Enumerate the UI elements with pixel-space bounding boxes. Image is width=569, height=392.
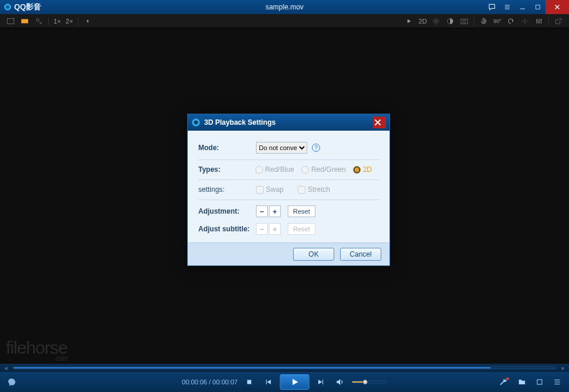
play-icon bbox=[290, 377, 300, 387]
open-file-button[interactable] bbox=[515, 375, 529, 389]
seek-track[interactable] bbox=[13, 367, 557, 369]
app-name: QQ影音 bbox=[14, 2, 41, 12]
fullscreen-icon bbox=[536, 378, 543, 386]
rotate-left-icon bbox=[480, 18, 487, 25]
seek-progress bbox=[14, 367, 491, 368]
color-button[interactable] bbox=[443, 15, 457, 27]
type-2d-radio[interactable]: 2D bbox=[353, 165, 372, 174]
mini-button[interactable] bbox=[32, 15, 46, 27]
fullscreen-button[interactable] bbox=[533, 375, 547, 389]
playlist-icon bbox=[553, 378, 561, 386]
subtitle-icon bbox=[7, 377, 16, 387]
rotate-90-button[interactable]: 90° bbox=[491, 15, 504, 27]
aspect-button[interactable] bbox=[4, 15, 18, 27]
type-redblue-radio[interactable]: Red/Blue bbox=[255, 165, 294, 174]
mute-button[interactable] bbox=[333, 375, 347, 389]
close-icon bbox=[373, 118, 382, 127]
volume-thumb[interactable] bbox=[362, 380, 367, 384]
rotate-left-button[interactable] bbox=[477, 15, 491, 27]
types-row: Types: Red/Blue Red/Green 2D bbox=[198, 162, 379, 180]
subtitle-toggle[interactable] bbox=[5, 375, 19, 389]
flip-icon bbox=[521, 18, 528, 25]
snapshot-icon bbox=[460, 18, 468, 25]
toolbar-separator bbox=[48, 17, 49, 25]
types-label: Types: bbox=[198, 165, 255, 174]
adjust-subtitle-label: Adjust subtitle: bbox=[198, 225, 256, 233]
seek-prev-chapter[interactable]: « bbox=[5, 365, 8, 371]
help-button[interactable]: ? bbox=[312, 144, 320, 152]
play-button[interactable] bbox=[280, 374, 310, 390]
pin-button[interactable] bbox=[81, 15, 95, 27]
menu-button[interactable] bbox=[500, 0, 515, 14]
secondary-toolbar: 1× 2× 2D 90° bbox=[0, 14, 569, 28]
next-button[interactable] bbox=[314, 375, 328, 389]
subtitle-reset: Reset bbox=[288, 223, 315, 235]
snapshot-button[interactable] bbox=[457, 15, 471, 27]
volume-level bbox=[352, 381, 362, 383]
volume-slider[interactable] bbox=[352, 381, 387, 383]
close-icon bbox=[554, 4, 561, 11]
cancel-button[interactable]: Cancel bbox=[340, 248, 381, 261]
equalizer-button[interactable] bbox=[532, 15, 546, 27]
close-button[interactable] bbox=[545, 0, 569, 14]
3d-mode-button[interactable]: 2D bbox=[416, 15, 429, 27]
prev-icon bbox=[264, 378, 272, 386]
popout-button[interactable] bbox=[551, 15, 565, 27]
filehorse-watermark: filehorse .com bbox=[6, 338, 67, 363]
dialog-close-button[interactable] bbox=[373, 117, 386, 128]
mode-row: Mode: Do not conve ? bbox=[198, 139, 379, 160]
maximize-icon bbox=[535, 4, 541, 10]
maximize-button[interactable] bbox=[530, 0, 545, 14]
brightness-icon bbox=[432, 17, 440, 25]
svg-point-17 bbox=[194, 121, 198, 125]
speed-1x-button[interactable]: 1× bbox=[51, 15, 64, 27]
adjustment-minus[interactable]: − bbox=[256, 205, 268, 217]
swap-checkbox[interactable]: Swap bbox=[256, 185, 284, 194]
mini-icon bbox=[35, 18, 42, 25]
compact-view-button[interactable] bbox=[18, 15, 32, 27]
tools-button[interactable] bbox=[497, 375, 511, 389]
type-redgreen-radio[interactable]: Red/Green bbox=[301, 165, 346, 174]
subtitle-plus: + bbox=[269, 223, 281, 235]
stop-button[interactable] bbox=[242, 375, 257, 389]
feedback-button[interactable] bbox=[484, 0, 500, 14]
playmode-button[interactable] bbox=[402, 15, 416, 27]
popout-icon bbox=[555, 18, 562, 25]
dialog-body: Mode: Do not conve ? Types: Red/Blue Red… bbox=[188, 131, 390, 242]
time-display: 00:00:06 / 00:00:07 bbox=[182, 378, 238, 386]
mode-label: Mode: bbox=[198, 144, 256, 152]
seek-bar: « » bbox=[0, 364, 569, 372]
svg-rect-15 bbox=[537, 380, 542, 384]
brightness-button[interactable] bbox=[429, 15, 443, 27]
dialog-titlebar[interactable]: 3D Playback Settings bbox=[188, 114, 390, 131]
adjustment-reset[interactable]: Reset bbox=[288, 205, 315, 217]
minimize-button[interactable] bbox=[515, 0, 530, 14]
player-controls: 00:00:06 / 00:00:07 bbox=[0, 372, 569, 392]
seek-next-chapter[interactable]: » bbox=[561, 365, 564, 371]
flip-button[interactable] bbox=[518, 15, 532, 27]
svg-rect-7 bbox=[461, 19, 468, 24]
svg-point-8 bbox=[463, 20, 466, 23]
folder-icon bbox=[518, 378, 526, 386]
settings-label: settings: bbox=[198, 185, 256, 194]
ok-button[interactable]: OK bbox=[293, 248, 334, 261]
equalizer-icon bbox=[535, 18, 543, 25]
rotate-right-button[interactable] bbox=[504, 15, 518, 27]
svg-rect-14 bbox=[247, 380, 251, 384]
toolbar-separator bbox=[78, 17, 78, 25]
total-time: 00:00:07 bbox=[212, 378, 238, 386]
speed-2x-button[interactable]: 2× bbox=[64, 15, 76, 27]
playlist-button[interactable] bbox=[550, 375, 564, 389]
main-titlebar: QQ影音 sample.mov bbox=[0, 0, 569, 14]
toolbar-separator bbox=[474, 17, 474, 25]
adjustment-plus[interactable]: + bbox=[269, 205, 281, 217]
notification-dot-icon bbox=[506, 377, 509, 380]
stretch-checkbox[interactable]: Stretch bbox=[298, 185, 330, 194]
dialog-title: 3D Playback Settings bbox=[204, 118, 275, 127]
mode-select[interactable]: Do not conve bbox=[256, 142, 307, 154]
prev-button[interactable] bbox=[261, 375, 275, 389]
minimize-icon bbox=[519, 4, 526, 11]
rotate-right-icon bbox=[507, 18, 514, 25]
color-icon bbox=[446, 17, 454, 25]
subtitle-minus: − bbox=[256, 223, 268, 235]
